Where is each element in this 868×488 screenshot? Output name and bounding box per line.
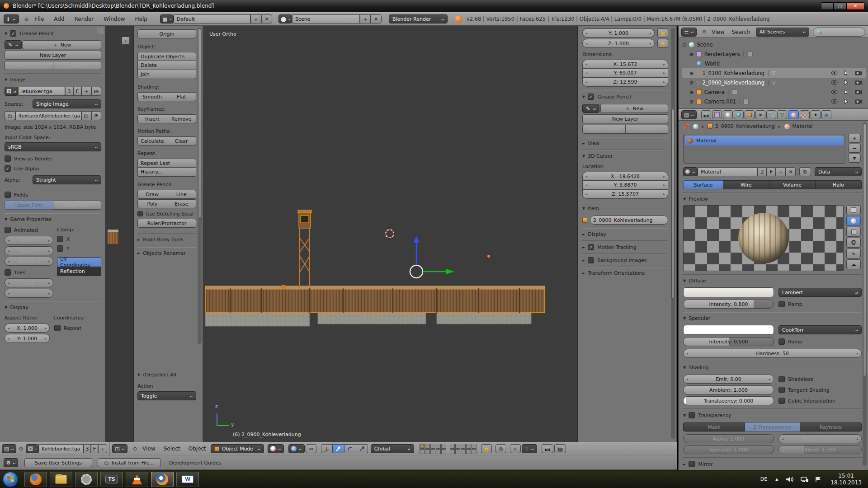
translate-manipulator-button[interactable]	[333, 444, 344, 453]
ruler-protractor-button[interactable]: Ruler/Protractor	[137, 219, 196, 228]
screen-layout-icon[interactable]: ▦▾	[160, 14, 174, 23]
outliner-row-object-1[interactable]: ⊕ ▽ 1_0100_Kohleverladung | ▽	[682, 68, 866, 78]
dim-y-field[interactable]: ◂Y: 69.007▸	[582, 69, 668, 78]
menu-window[interactable]: Window	[104, 16, 125, 22]
uv-image-name-field[interactable]: Kohlebunker.tga	[38, 444, 84, 453]
maximize-button[interactable]: ▢	[834, 2, 846, 10]
preview-world-sphere-button[interactable]: ☁	[846, 259, 861, 269]
hardness-field[interactable]: ◂Hardness: 50▸	[683, 349, 862, 358]
pivot-point-select[interactable]: ▴▾	[288, 444, 305, 453]
outliner-menu-view[interactable]: View	[712, 29, 724, 35]
panel-header-display[interactable]: ▼Display	[5, 305, 101, 310]
mapping-reflection-option[interactable]: Reflection	[57, 267, 101, 276]
material-fake-user-button[interactable]: F	[767, 167, 776, 176]
aspect-y-field[interactable]: ◂Y: 1.000▸	[5, 334, 50, 343]
taskbar-explorer-icon[interactable]	[50, 472, 72, 487]
panel-header-transparency[interactable]: ▼Transparency	[683, 412, 862, 418]
gp-3d-checkbox[interactable]	[588, 94, 594, 100]
shadeless-checkbox[interactable]	[778, 376, 785, 382]
motion-tracking-checkbox[interactable]	[588, 244, 594, 250]
breadcrumb-material[interactable]: Material	[793, 123, 813, 129]
panel-header-mirror[interactable]: ►Mirror	[683, 461, 862, 467]
material-tab-icon[interactable]	[788, 110, 799, 119]
rotate-manipulator-button[interactable]	[344, 444, 356, 453]
physics-tab-icon[interactable]: ◉	[821, 110, 831, 119]
taskbar-firefox-icon[interactable]	[24, 472, 47, 487]
image-fake-user-button[interactable]: F	[73, 87, 81, 96]
panel-header-transform-orientations[interactable]: ►Transform Orientations	[582, 270, 668, 276]
gp-3d-new-button[interactable]: ＋New	[600, 104, 668, 113]
cubic-interpolation-checkbox[interactable]	[778, 398, 785, 404]
gp-erase-button[interactable]: Erase	[167, 199, 197, 208]
taskbar-blender-icon[interactable]	[151, 472, 174, 487]
install-from-file-button[interactable]: 🗁Install from File...	[98, 458, 161, 467]
material-unlink-button[interactable]: ✕	[786, 167, 796, 176]
transparency-mask-button[interactable]: Mask	[683, 422, 745, 432]
filebrowser-icon[interactable]: 🗀	[5, 111, 15, 120]
view3d-editor-type-button[interactable]: ◳▴▾	[112, 444, 127, 453]
modifiers-tab-icon[interactable]: 🔧	[766, 110, 776, 119]
panel-header-view[interactable]: ►View	[582, 141, 668, 146]
colorspace-select[interactable]: sRGB▴▾	[5, 142, 101, 151]
alpha-slider[interactable]: Alpha: 1.000	[683, 434, 774, 443]
pin-icon[interactable]: 📌	[683, 123, 689, 129]
start-button[interactable]	[3, 472, 18, 487]
image-datablock-icon[interactable]: 🖼▴▾	[5, 87, 18, 96]
selectability-cursor-icon[interactable]	[844, 70, 849, 76]
slot-add-button[interactable]: ＋	[848, 134, 861, 143]
tiles-y-field[interactable]: ◂Y: 1▸	[5, 289, 53, 298]
specular-ramp-checkbox[interactable]	[778, 338, 785, 345]
duplicate-objects-button[interactable]: Duplicate Objects	[137, 52, 196, 61]
taskbar-word-icon[interactable]: W	[176, 472, 199, 487]
selectability-cursor-icon[interactable]	[844, 99, 849, 104]
keyboard-language-indicator[interactable]: DE	[760, 476, 767, 482]
diffuse-color-swatch[interactable]	[683, 287, 774, 297]
renderability-camera-icon[interactable]	[855, 80, 862, 85]
speed-field[interactable]: ◂Speed: 1▸	[5, 257, 53, 266]
render-layers-tab-icon[interactable]	[712, 110, 722, 119]
screen-layout-delete-button[interactable]: ✕	[261, 14, 272, 23]
snap-element-select[interactable]: ⊹▴▾	[522, 444, 537, 453]
specular-color-swatch[interactable]	[683, 325, 774, 335]
lock-z-icon[interactable]: 🔓	[657, 39, 668, 48]
convert-button[interactable]: Convert	[53, 61, 102, 70]
preview-flat-button[interactable]	[846, 205, 861, 215]
viewport-3d[interactable]: User Ortho	[203, 26, 577, 442]
material-link-select[interactable]: Data▴▾	[815, 167, 862, 176]
gp-3d-datablock-icon[interactable]: ✎▴▾	[582, 104, 599, 113]
emit-field[interactable]: ◂Emit: 0.00▸	[683, 375, 774, 384]
cursor-y-field[interactable]: ◂Y: 3.8870▸	[582, 181, 668, 190]
visibility-eye-icon[interactable]	[831, 99, 838, 104]
panel-header-game-properties[interactable]: ▼Game Properties	[5, 216, 101, 222]
renderability-camera-icon[interactable]	[855, 99, 862, 104]
slot-specials-button[interactable]: ▼	[848, 154, 861, 163]
shade-flat-button[interactable]: Flat	[167, 92, 197, 101]
expand-icon[interactable]: ⊕	[689, 99, 694, 105]
diffuse-shader-select[interactable]: Lambert▴▾	[778, 288, 862, 297]
item-name-field[interactable]: 2_0900_Kohleverladung	[590, 216, 668, 225]
n-panel-scrollbar[interactable]	[671, 28, 675, 439]
selectability-cursor-icon[interactable]	[844, 89, 849, 95]
gp-draw-button[interactable]: Draw	[137, 190, 167, 199]
material-type-surface[interactable]: Surface	[683, 180, 723, 189]
panel-header-3d-cursor[interactable]: ▼3D Cursor	[582, 153, 668, 159]
scene-tab-icon[interactable]	[723, 110, 733, 119]
material-name-field[interactable]: Material	[698, 167, 758, 176]
scene-delete-button[interactable]: ✕	[371, 14, 382, 23]
view-as-render-checkbox[interactable]	[5, 155, 11, 162]
gp-3d-new-layer-button[interactable]: New Layer	[582, 114, 668, 123]
renderability-camera-icon[interactable]	[855, 89, 862, 94]
history-button[interactable]: History...	[137, 168, 196, 177]
render-tab-icon[interactable]: 📷	[701, 110, 711, 119]
scale-z-field[interactable]: ◂Z: 1.000▸	[582, 39, 655, 48]
panel-header-image[interactable]: ▼Image	[5, 77, 101, 83]
constraints-tab-icon[interactable]: ∞	[755, 110, 765, 119]
dim-x-field[interactable]: ◂X: 15.672▸	[582, 60, 668, 69]
specular-alpha-slider[interactable]: Specular: 1.000	[683, 445, 774, 454]
panel-header-motion-tracking[interactable]: ►Motion Tracking	[582, 244, 668, 250]
lock-y-icon[interactable]: 🔓	[657, 28, 668, 38]
taskbar-settings-gear-icon[interactable]	[75, 472, 98, 487]
visibility-eye-icon[interactable]	[831, 89, 838, 94]
object-tab-icon[interactable]	[745, 110, 755, 119]
blend-slider[interactable]: Blend: 1.250	[778, 445, 862, 454]
